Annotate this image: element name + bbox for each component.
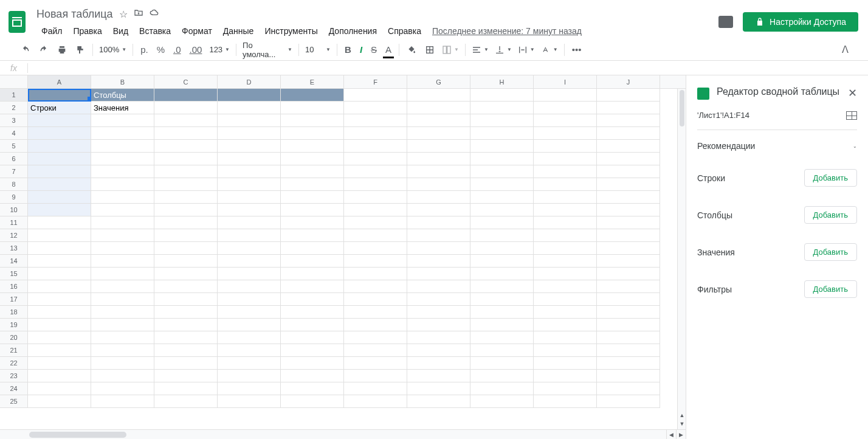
menu-addons[interactable]: Дополнения: [324, 24, 382, 38]
col-header-G[interactable]: G: [407, 75, 470, 88]
cell-B1[interactable]: Столбцы: [91, 89, 154, 102]
cell-E13[interactable]: [281, 242, 344, 255]
cell-G18[interactable]: [407, 306, 470, 319]
cell-H8[interactable]: [470, 178, 534, 191]
cell-B25[interactable]: [91, 395, 154, 408]
cell-H22[interactable]: [470, 357, 534, 370]
cell-D12[interactable]: [218, 229, 281, 242]
col-header-E[interactable]: E: [281, 75, 344, 88]
cell-G15[interactable]: [407, 268, 470, 280]
cell-J11[interactable]: [597, 216, 660, 229]
cell-J10[interactable]: [597, 204, 660, 216]
cell-H10[interactable]: [470, 204, 534, 216]
row-header-12[interactable]: 12: [0, 229, 28, 242]
cell-E4[interactable]: [281, 127, 344, 140]
cell-E11[interactable]: [281, 216, 344, 229]
cell-I23[interactable]: [534, 370, 597, 382]
cell-D8[interactable]: [218, 178, 281, 191]
cell-B23[interactable]: [91, 370, 154, 382]
cell-C7[interactable]: [154, 165, 218, 178]
cell-A5[interactable]: [28, 140, 91, 153]
cell-G4[interactable]: [407, 127, 470, 140]
cell-E1[interactable]: [281, 89, 344, 102]
cell-H15[interactable]: [470, 268, 534, 280]
select-all-corner[interactable]: [0, 75, 28, 88]
cell-E9[interactable]: [281, 191, 344, 204]
cell-G9[interactable]: [407, 191, 470, 204]
cell-G22[interactable]: [407, 357, 470, 370]
cell-I13[interactable]: [534, 242, 597, 255]
cell-J16[interactable]: [597, 280, 660, 293]
col-header-B[interactable]: B: [91, 75, 154, 88]
cell-J9[interactable]: [597, 191, 660, 204]
cell-F4[interactable]: [344, 127, 407, 140]
cell-I17[interactable]: [534, 293, 597, 306]
cell-E21[interactable]: [281, 344, 344, 357]
cell-C6[interactable]: [154, 153, 218, 165]
cell-D24[interactable]: [218, 382, 281, 395]
cell-D5[interactable]: [218, 140, 281, 153]
cell-B9[interactable]: [91, 191, 154, 204]
cell-J21[interactable]: [597, 344, 660, 357]
cell-B19[interactable]: [91, 319, 154, 331]
cell-C3[interactable]: [154, 114, 218, 127]
cell-C13[interactable]: [154, 242, 218, 255]
col-header-F[interactable]: F: [344, 75, 407, 88]
cell-H21[interactable]: [470, 344, 534, 357]
cell-F19[interactable]: [344, 319, 407, 331]
cell-G20[interactable]: [407, 331, 470, 344]
cell-J18[interactable]: [597, 306, 660, 319]
strikethrough-button[interactable]: S: [367, 42, 381, 57]
add-columns-button[interactable]: Добавить: [804, 206, 857, 224]
cell-H24[interactable]: [470, 382, 534, 395]
cell-E12[interactable]: [281, 229, 344, 242]
cell-I6[interactable]: [534, 153, 597, 165]
cell-H25[interactable]: [470, 395, 534, 408]
col-header-C[interactable]: C: [154, 75, 218, 88]
cell-G2[interactable]: [407, 102, 470, 114]
cell-H13[interactable]: [470, 242, 534, 255]
cell-H19[interactable]: [470, 319, 534, 331]
fill-color-button[interactable]: [403, 43, 420, 57]
col-header-A[interactable]: A: [28, 75, 91, 88]
cell-A10[interactable]: [28, 204, 91, 216]
cell-A13[interactable]: [28, 242, 91, 255]
cell-B5[interactable]: [91, 140, 154, 153]
cell-F13[interactable]: [344, 242, 407, 255]
cell-G17[interactable]: [407, 293, 470, 306]
row-header-24[interactable]: 24: [0, 382, 28, 395]
cell-D4[interactable]: [218, 127, 281, 140]
vertical-align-dropdown[interactable]: ▼: [492, 44, 514, 56]
cell-E14[interactable]: [281, 255, 344, 268]
cell-G16[interactable]: [407, 280, 470, 293]
cell-E3[interactable]: [281, 114, 344, 127]
cell-A18[interactable]: [28, 306, 91, 319]
cell-G10[interactable]: [407, 204, 470, 216]
cell-D13[interactable]: [218, 242, 281, 255]
cell-D17[interactable]: [218, 293, 281, 306]
cell-D20[interactable]: [218, 331, 281, 344]
row-header-7[interactable]: 7: [0, 165, 28, 178]
cell-B18[interactable]: [91, 306, 154, 319]
cell-F3[interactable]: [344, 114, 407, 127]
cell-J14[interactable]: [597, 255, 660, 268]
cell-B4[interactable]: [91, 127, 154, 140]
cell-C20[interactable]: [154, 331, 218, 344]
cell-J25[interactable]: [597, 395, 660, 408]
cell-H3[interactable]: [470, 114, 534, 127]
row-header-17[interactable]: 17: [0, 293, 28, 306]
cell-J1[interactable]: [597, 89, 660, 102]
cell-D16[interactable]: [218, 280, 281, 293]
text-rotation-dropdown[interactable]: ▼: [539, 44, 560, 56]
cell-B11[interactable]: [91, 216, 154, 229]
cell-G21[interactable]: [407, 344, 470, 357]
cell-G14[interactable]: [407, 255, 470, 268]
cell-H16[interactable]: [470, 280, 534, 293]
cell-I14[interactable]: [534, 255, 597, 268]
cell-A23[interactable]: [28, 370, 91, 382]
cell-A4[interactable]: [28, 127, 91, 140]
menu-tools[interactable]: Инструменты: [260, 24, 322, 38]
cell-B14[interactable]: [91, 255, 154, 268]
cell-J6[interactable]: [597, 153, 660, 165]
cell-J22[interactable]: [597, 357, 660, 370]
